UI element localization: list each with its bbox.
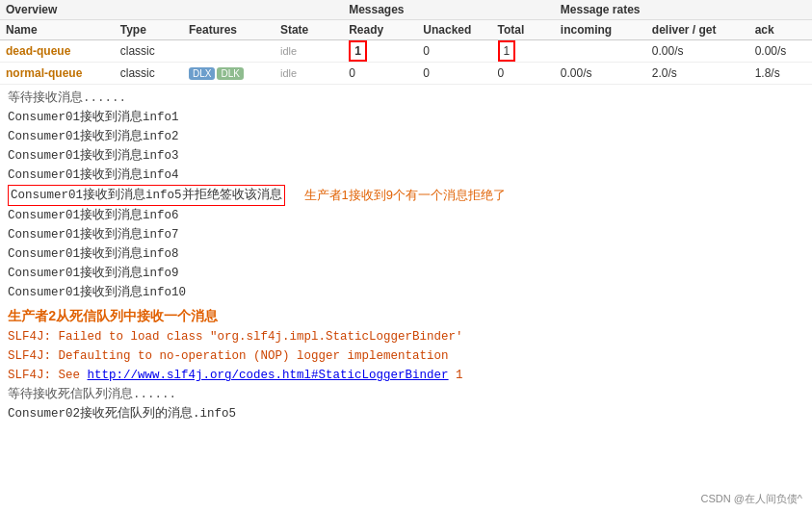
queue-state-cell: idle — [275, 40, 343, 63]
console-line-item: Consumer01接收到消息info1 — [8, 108, 804, 127]
queue-incoming-cell: 0.00/s — [555, 63, 646, 85]
table-row: normal-queueclassicDLXDLKidle0000.00/s2.… — [0, 63, 812, 85]
waiting-line: 等待接收消息...... — [8, 89, 804, 108]
col-state-header: State — [275, 20, 343, 40]
col-features-header: Features — [183, 20, 275, 40]
queue-name-cell[interactable]: normal-queue — [0, 63, 115, 85]
console-line-item: Consumer01接收到消息info3 — [8, 146, 804, 166]
table-section: Overview Messages Message rates Name Typ… — [0, 0, 812, 85]
watermark: CSDN @在人间负债^ — [700, 492, 802, 506]
state-value: idle — [280, 45, 297, 57]
producer-notice-inline: 生产者1接收到9个有一个消息拒绝了 — [304, 186, 506, 206]
queue-features-cell — [183, 40, 275, 63]
queue-type-cell: classic — [115, 40, 183, 63]
queue-name: dead-queue — [6, 44, 70, 58]
queue-unacked-cell: 0 — [417, 63, 491, 85]
console-line-item: Consumer01接收到消息info7 — [8, 225, 804, 244]
queue-ready-cell: 1 — [343, 40, 417, 63]
ready-value: 1 — [349, 40, 367, 62]
state-value: idle — [280, 67, 297, 79]
queue-ack-cell: 0.00/s — [749, 40, 812, 63]
console-line-item: Consumer01接收到消息info8 — [8, 244, 804, 264]
consumer02-line: Consumer02接收死信队列的消息.info5 — [8, 404, 804, 423]
console-highlighted-line: Consumer01接收到消息info5并拒绝签收该消息 — [8, 185, 285, 206]
queue-state-cell: idle — [275, 63, 343, 85]
queue-total-cell: 1 — [492, 40, 555, 63]
table-row: dead-queueclassicidle1010.00/s0.00/s — [0, 40, 812, 63]
console-line-item: Consumer01接收到消息info10 — [8, 283, 804, 302]
queue-total-cell: 0 — [492, 63, 555, 85]
slf4j-link[interactable]: http://www.slf4j.org/codes.html#StaticLo… — [88, 369, 449, 382]
queue-deliver-cell: 2.0/s — [646, 63, 749, 85]
console-section: 等待接收消息...... Consumer01接收到消息info1Consume… — [8, 89, 804, 423]
overview-header: Overview — [0, 0, 343, 20]
slf4j-line: SLF4J: See http://www.slf4j.org/codes.ht… — [8, 366, 804, 385]
col-type-header: Type — [115, 20, 183, 40]
col-total-header: Total — [492, 20, 555, 40]
dlx-tag: DLX — [189, 67, 215, 80]
console-line-item: Consumer01接收到消息info6 — [8, 206, 804, 225]
console-line-item: Consumer01接收到消息info2 — [8, 127, 804, 146]
producer2-notice-line: 生产者2从死信队列中接收一个消息 — [8, 306, 804, 327]
console-highlighted-row: Consumer01接收到消息info5并拒绝签收该消息生产者1接收到9个有一个… — [8, 185, 804, 206]
queue-unacked-cell: 0 — [417, 40, 491, 63]
total-value: 1 — [498, 40, 516, 62]
console-line-item: Consumer01接收到消息info9 — [8, 264, 804, 283]
queue-ready-cell: 0 — [343, 63, 417, 85]
message-rates-header: Message rates — [555, 0, 812, 20]
queue-features-cell: DLXDLK — [183, 63, 275, 85]
queue-type-cell: classic — [115, 63, 183, 85]
col-name-header: Name — [0, 20, 115, 40]
queue-name-cell[interactable]: dead-queue — [0, 40, 115, 63]
col-incoming-header: incoming — [555, 20, 646, 40]
col-ready-header: Ready — [343, 20, 417, 40]
queue-deliver-cell: 0.00/s — [646, 40, 749, 63]
col-deliver-header: deliver / get — [646, 20, 749, 40]
console-line-item: Consumer01接收到消息info4 — [8, 166, 804, 185]
queue-ack-cell: 1.8/s — [749, 63, 812, 85]
queue-incoming-cell — [555, 40, 646, 63]
wait-dead-queue-line: 等待接收死信队列消息...... — [8, 385, 804, 404]
queue-name: normal-queue — [6, 66, 82, 80]
dlk-tag: DLK — [217, 67, 243, 80]
slf4j-line: SLF4J: Defaulting to no-operation (NOP) … — [8, 346, 804, 366]
col-ack-header: ack — [749, 20, 812, 40]
col-unacked-header: Unacked — [417, 20, 491, 40]
slf4j-line: SLF4J: Failed to load class "org.slf4j.i… — [8, 327, 804, 346]
messages-header: Messages — [343, 0, 555, 20]
